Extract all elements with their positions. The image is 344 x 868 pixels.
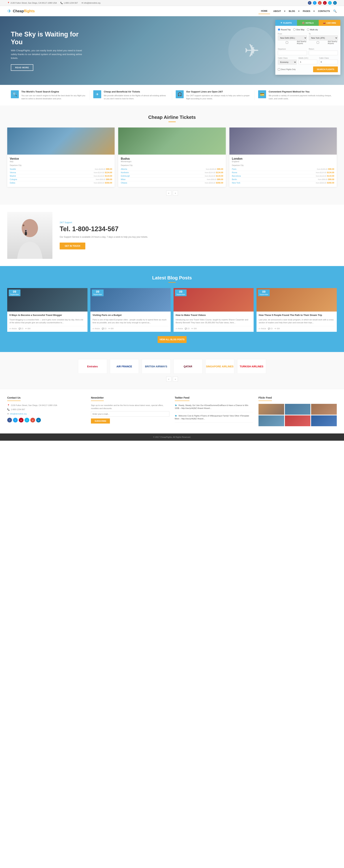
route-item[interactable]: Albertafrom $198.00 $98.00 [121,167,223,171]
feature-tickets-title: Cheap and Beneficial Air Tickets [104,90,168,93]
direct-checkbox[interactable] [278,68,280,71]
newsletter-email-input[interactable] [91,411,169,417]
tickets-header: Cheap Airline Tickets [7,115,337,122]
hotels-tab[interactable]: 🏨 HOTELS [297,20,319,26]
support-desc: Our Support Service is available 24 hour… [60,235,337,239]
footer: Contact Us 📍 2130 Fulton Street, San Die… [0,389,344,433]
from-col: From New Delhi (DEL) Add Nearby Airports [278,33,307,46]
london-country: England [232,160,334,162]
feature-payment-text: Convenient Payment Method for You We pro… [268,90,333,100]
airlines-prev-button[interactable]: ‹ [166,377,171,382]
venice-country: Italy [10,160,112,162]
route-item[interactable]: Parisfrom $198.00 $98.00 [232,167,334,171]
route-item[interactable]: Colognefrom $99.00 $99.00 [10,178,112,181]
hero-title: The Sky is Waiting for You [11,30,89,46]
destinations-list: Venice Italy Departure City: Seattlefrom… [7,127,337,187]
contact-phone: 📞 1-800-1234-567 [7,408,86,411]
blog-underline [169,282,176,283]
feature-tickets-desc: We provide affordable tickets to the fli… [104,94,168,100]
address: 📍 2130 Fulton Street, San Diego, CA 9411… [7,2,57,4]
route-item[interactable]: Viennafrom $134.00 $134.00 [10,171,112,174]
route-item[interactable]: Seattlefrom $198.00 $98.00 [10,167,112,171]
return-input[interactable] [309,51,338,55]
search-icon[interactable]: 🔍 [333,9,337,13]
direct-flights-label[interactable]: Direct Flights Only [278,68,296,71]
feature-payment-desc: We provide a variety of convenient payme… [268,94,333,100]
airlines-next-button[interactable]: › [173,377,178,382]
blog-post-2-meta: 🏷 Article 💬 23 👁 684 [92,326,169,330]
twitter-icon[interactable]: t [313,1,317,5]
footer-newsletter: Newsletter Sign up to our newsletter and… [91,396,169,426]
adults-label: Adults (14+) [298,57,317,59]
footer-facebook-icon[interactable]: f [7,418,12,423]
pinterest-icon[interactable]: p [323,1,327,5]
location-icon: 📍 [7,404,10,407]
to-select[interactable]: New York (JFK) [309,35,338,40]
tickets-title: Cheap Airline Tickets [7,115,337,120]
route-item[interactable]: Northeimfrom $134.00 $134.00 [121,171,223,174]
feature-support: 🎧 Our Support Lines are Open 24/7 Our 24… [172,90,255,100]
blog-post-3-body: How to Make Travel Videos Introducing ou… [174,312,254,332]
departure-input[interactable] [278,51,307,55]
get-in-touch-button[interactable]: GET IN TOUCH [60,243,85,249]
facebook-icon[interactable]: f [308,1,312,5]
route-item[interactable]: Romefrom $134.00 $134.00 [232,171,334,174]
route-item[interactable]: Madridfrom $119.00 $119.00 [10,174,112,178]
newsletter-desc: Sign up to our newsletter and be the fir… [91,404,169,410]
subscribe-button[interactable]: SUBSCRIBE [91,418,110,424]
route-item[interactable]: Milanfrom $99.00 $99.00 [121,178,223,181]
nav-contacts[interactable]: CONTACTS [315,8,333,14]
flickr-item-3[interactable] [311,404,337,415]
flights-tab[interactable]: ✈ FLIGHTS [275,20,297,26]
tweet-2: 🐦 Welcome Cost & Flights #Trams of #Albu… [175,414,253,423]
multi-city-radio[interactable]: Multi-city [307,28,318,31]
route-item[interactable]: Dallasfrom $358.00 $358.00 [10,181,112,184]
footer-vimeo-icon[interactable]: v [25,418,29,423]
nav-pages[interactable]: PAGES [300,8,313,14]
copyright-text: © 2017 CheapFlights. All Rights Reserved… [153,436,191,438]
route-item[interactable]: New Yorkfrom $358.00 $358.00 [232,181,334,184]
flickr-item-4[interactable] [258,415,284,426]
from-select[interactable]: New Delhi (DEL) [278,35,307,40]
flickr-item-1[interactable] [258,404,284,415]
return-label: Return [309,48,338,50]
carousel-prev-button[interactable]: ‹ [166,190,171,195]
cabin-input2[interactable] [319,60,338,64]
flickr-item-2[interactable] [285,404,311,415]
read-more-button[interactable]: READ MORE [11,64,33,71]
footer-pinterest-icon[interactable]: p [19,418,24,423]
route-item[interactable]: Berlinfrom $99.00 $99.00 [232,178,334,181]
adults-col: Adults (14+) [298,57,317,65]
twitter-bird-icon-1: 🐦 [175,404,177,406]
one-way-radio[interactable]: One Way [293,28,305,31]
nav-home[interactable]: HOME [258,8,270,14]
footer-twitter-icon[interactable]: t [13,418,18,423]
vimeo-icon[interactable]: v [328,1,332,5]
car-tab[interactable]: 🚗 CAR HIRE [319,20,340,26]
adults-input[interactable] [298,60,317,64]
linkedin-icon[interactable]: in [333,1,337,5]
round-trip-radio[interactable]: Round Trip [278,28,291,31]
route-item[interactable]: Edinburghfrom $119.00 $119.00 [121,174,223,178]
airlines-carousel-nav: ‹ › [7,377,337,382]
contact-email-link[interactable]: info@demolink.org [10,412,27,415]
to-col: To New York (JFK) Add Nearby Airports [309,33,338,46]
route-item[interactable]: Barcelonafrom $119.00 $119.00 [232,174,334,178]
footer-linkedin-icon[interactable]: in [36,418,41,423]
nav-about[interactable]: ABOUT [271,8,284,14]
googleplus-icon[interactable]: g [318,1,322,5]
nearby-airports-from[interactable]: Add Nearby Airports [278,40,307,44]
nearby-airports-to[interactable]: Add Nearby Airports [309,40,338,44]
feature-search-title: The World's Travel Search Engine [21,90,86,93]
view-all-button[interactable]: VIEW ALL BLOG POSTS [157,336,187,343]
nav-blog[interactable]: BLOG [286,8,297,14]
social-icons: f t g p v in [308,1,337,5]
cabin-select[interactable]: Economy [278,60,297,65]
flickr-item-6[interactable] [311,415,337,426]
flickr-item-5[interactable] [285,415,311,426]
route-item[interactable]: Ottawafrom $358.00 $358.00 [121,181,223,184]
search-flights-button[interactable]: SEARCH FLIGHTS [313,66,338,72]
carousel-next-button[interactable]: › [173,190,178,195]
blog-section: Latest Blog Posts 09 September 9 Ways to… [0,266,344,352]
footer-googleplus-icon[interactable]: g [30,418,35,423]
